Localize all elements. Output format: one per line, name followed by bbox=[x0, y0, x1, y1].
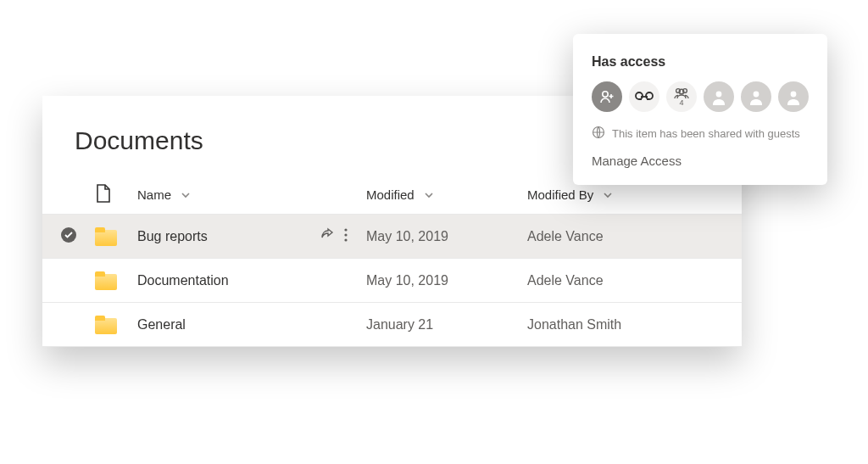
link-icon[interactable] bbox=[629, 81, 659, 112]
item-modified-by: Jonathan Smith bbox=[527, 317, 731, 333]
item-name: General bbox=[137, 317, 186, 333]
col-modified-by[interactable]: Modified By bbox=[527, 187, 593, 202]
col-modified[interactable]: Modified bbox=[366, 187, 415, 202]
access-avatars: 4 bbox=[592, 81, 809, 112]
item-modified-by: Adele Vance bbox=[527, 229, 731, 244]
more-icon[interactable] bbox=[344, 227, 348, 246]
col-name[interactable]: Name bbox=[137, 187, 171, 202]
item-modified-by: Adele Vance bbox=[527, 273, 731, 288]
group-count: 4 bbox=[679, 98, 683, 107]
svg-point-1 bbox=[344, 228, 347, 231]
share-icon[interactable] bbox=[319, 227, 334, 246]
has-access-popover: Has access 4 bbox=[573, 34, 827, 185]
folder-icon bbox=[95, 271, 117, 290]
item-modified: May 10, 2019 bbox=[366, 229, 527, 244]
person-avatar[interactable] bbox=[778, 81, 809, 112]
documents-table: Name Modified Modified By bbox=[42, 176, 742, 347]
svg-point-4 bbox=[603, 92, 608, 97]
item-modified: January 21 bbox=[366, 317, 527, 333]
table-row[interactable]: General January 21 Jonathan Smith bbox=[42, 303, 742, 347]
group-icon[interactable]: 4 bbox=[666, 81, 697, 112]
svg-point-8 bbox=[716, 92, 722, 98]
svg-point-3 bbox=[344, 238, 347, 241]
popover-title: Has access bbox=[592, 54, 809, 70]
item-modified: May 10, 2019 bbox=[366, 273, 527, 288]
table-row[interactable]: Documentation May 10, 2019 Adele Vance bbox=[42, 259, 742, 303]
globe-icon bbox=[592, 126, 605, 142]
checkmark-icon[interactable] bbox=[60, 226, 77, 247]
chevron-down-icon[interactable] bbox=[423, 189, 435, 201]
item-name: Documentation bbox=[137, 273, 229, 288]
manage-access-link[interactable]: Manage Access bbox=[592, 154, 809, 168]
folder-icon bbox=[95, 316, 117, 334]
add-person-button[interactable] bbox=[592, 81, 622, 112]
item-name: Bug reports bbox=[137, 229, 208, 244]
guest-notice-text: This item has been shared with guests bbox=[612, 127, 800, 140]
chevron-down-icon[interactable] bbox=[602, 189, 614, 201]
guest-notice: This item has been shared with guests bbox=[592, 126, 809, 142]
person-avatar[interactable] bbox=[741, 81, 771, 112]
svg-point-9 bbox=[754, 92, 760, 98]
svg-point-2 bbox=[344, 233, 347, 236]
person-avatar[interactable] bbox=[704, 81, 734, 112]
svg-point-10 bbox=[791, 92, 797, 98]
file-type-icon bbox=[95, 183, 137, 206]
chevron-down-icon[interactable] bbox=[180, 189, 192, 201]
table-row[interactable]: Bug reports May 10, 2019 Adele Vance bbox=[42, 215, 742, 259]
folder-icon bbox=[95, 227, 117, 246]
